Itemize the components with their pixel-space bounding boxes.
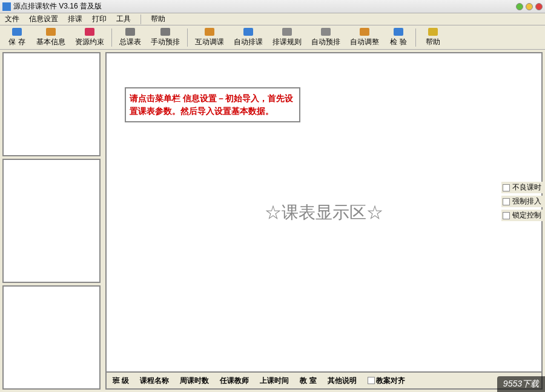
toolbar-info-button[interactable]: 基本信息 <box>31 27 70 48</box>
titlebar: 源点排课软件 V3.16 普及版 <box>0 0 545 13</box>
menu-print[interactable]: 打印 <box>90 13 109 25</box>
col-weekly-hours: 周课时数 <box>180 376 209 386</box>
menu-schedule[interactable]: 排课 <box>65 13 85 25</box>
checkbox-label: 锁定控制 <box>512 210 541 221</box>
toolbar-label: 检 验 <box>390 37 406 47</box>
menu-tools[interactable]: 工具 <box>114 13 133 25</box>
toolbar-resource-button[interactable]: 资源约束 <box>70 27 109 48</box>
col-classroom: 教 室 <box>300 376 316 386</box>
info-icon <box>46 28 56 36</box>
toolbar-separator <box>111 28 112 47</box>
col-time: 上课时间 <box>260 376 289 386</box>
checkbox-lock-control[interactable]: 锁定控制 <box>501 210 543 221</box>
toolbar-manual-button[interactable]: 手动预排 <box>146 27 185 48</box>
help-icon <box>428 28 438 36</box>
auto-icon <box>243 28 253 36</box>
table-icon <box>125 28 135 36</box>
checkbox-label: 强制排入 <box>512 196 541 207</box>
toolbar-label: 资源约束 <box>75 37 104 47</box>
content-area: 请点击菜单栏 信息设置－初始导入，首先设置课表参数。然后导入设置基本数据。 ☆课… <box>0 50 545 392</box>
schedule-display-area: 请点击菜单栏 信息设置－初始导入，首先设置课表参数。然后导入设置基本数据。 ☆课… <box>105 52 543 373</box>
checkbox-label: 教案对齐 <box>376 376 405 386</box>
toolbar-adjust-button[interactable]: 自动调整 <box>345 27 384 48</box>
watermark: 9553下载 <box>497 376 545 392</box>
toolbar-label: 自动排课 <box>234 37 263 47</box>
toolbar-label: 排课规则 <box>272 37 302 47</box>
left-panel <box>0 50 103 392</box>
panel-bottom[interactable] <box>2 285 101 390</box>
col-teacher: 任课教师 <box>220 376 249 386</box>
checkbox-icon <box>503 184 510 191</box>
resource-icon <box>85 28 94 36</box>
center-placeholder: ☆课表显示区☆ <box>265 201 383 224</box>
menubar: 文件 信息设置 排课 打印 工具 帮助 <box>0 13 545 25</box>
toolbar-autopre-button[interactable]: 自动预排 <box>306 27 345 48</box>
checkbox-icon <box>503 198 510 205</box>
manual-icon <box>160 28 170 36</box>
checkbox-lesson-align[interactable]: 教案对齐 <box>368 376 405 386</box>
swap-icon <box>205 28 214 36</box>
col-other: 其他说明 <box>328 376 357 386</box>
toolbar-label: 总课表 <box>119 37 141 47</box>
toolbar-save-button[interactable]: 保 存 <box>2 27 31 48</box>
toolbar-label: 互动调课 <box>195 37 224 47</box>
toolbar-check-button[interactable]: 检 验 <box>384 27 413 48</box>
toolbar-label: 手动预排 <box>151 37 180 47</box>
panel-middle[interactable] <box>2 159 101 283</box>
toolbar-separator <box>187 28 188 47</box>
checkbox-force-insert[interactable]: 强制排入 <box>501 196 543 207</box>
toolbar-label: 基本信息 <box>36 37 65 47</box>
toolbar-rules-button[interactable]: 排课规则 <box>268 27 306 48</box>
window-title: 源点排课软件 V3.16 普及版 <box>13 1 516 12</box>
hint-message: 请点击菜单栏 信息设置－初始导入，首先设置课表参数。然后导入设置基本数据。 <box>125 87 300 122</box>
checkbox-icon <box>368 377 375 384</box>
toolbar-auto-button[interactable]: 自动排课 <box>229 27 268 48</box>
col-course-name: 课程名称 <box>140 376 169 386</box>
right-area: 请点击菜单栏 信息设置－初始导入，首先设置课表参数。然后导入设置基本数据。 ☆课… <box>103 50 545 392</box>
footer-row: 班 级 课程名称 周课时数 任课教师 上课时间 教 室 其他说明 教案对齐 <box>105 373 543 390</box>
window-controls <box>516 3 543 10</box>
menu-info-settings[interactable]: 信息设置 <box>27 13 61 25</box>
save-icon <box>12 28 22 36</box>
menu-file[interactable]: 文件 <box>2 13 22 25</box>
autopre-icon <box>321 28 331 36</box>
col-class: 班 级 <box>113 376 129 386</box>
toolbar-label: 自动调整 <box>350 37 379 47</box>
check-icon <box>394 28 403 36</box>
menu-help[interactable]: 帮助 <box>148 13 168 25</box>
toolbar: 保 存基本信息资源约束总课表手动预排互动调课自动排课排课规则自动预排自动调整检 … <box>0 25 545 50</box>
checkbox-label: 不良课时 <box>512 182 541 193</box>
minimize-button[interactable] <box>516 3 523 10</box>
close-button[interactable] <box>535 3 543 10</box>
toolbar-label: 自动预排 <box>311 37 340 47</box>
checkbox-icon <box>503 212 510 219</box>
rules-icon <box>282 28 292 36</box>
toolbar-help-button[interactable]: 帮助 <box>418 27 448 48</box>
toolbar-separator <box>415 28 416 47</box>
app-icon <box>2 2 11 11</box>
maximize-button[interactable] <box>526 3 533 10</box>
toolbar-label: 帮助 <box>426 37 440 47</box>
checkbox-bad-period[interactable]: 不良课时 <box>501 182 543 193</box>
panel-top[interactable] <box>2 52 101 156</box>
side-checkboxes: 不良课时 强制排入 锁定控制 <box>501 182 543 221</box>
toolbar-table-button[interactable]: 总课表 <box>114 27 146 48</box>
adjust-icon <box>360 28 369 36</box>
toolbar-label: 保 存 <box>8 37 25 47</box>
menu-separator <box>140 15 141 24</box>
toolbar-swap-button[interactable]: 互动调课 <box>190 27 229 48</box>
